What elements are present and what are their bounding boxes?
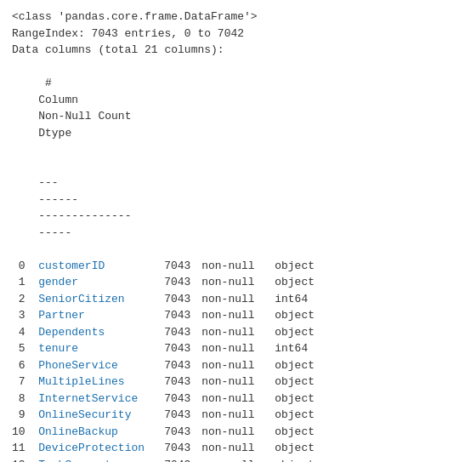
row-dtype: object (275, 326, 314, 339)
row-index: 1 (12, 276, 38, 288)
row-column-name: DeviceProtection (38, 440, 164, 457)
row-column-name: SeniorCitizen (38, 291, 164, 308)
separator-line: --- ------ -------------- ----- (12, 158, 464, 258)
row-null-status: non-null (201, 258, 275, 275)
row-dtype: object (275, 260, 314, 272)
row-column-name: Dependents (38, 324, 164, 341)
row-index: 4 (12, 326, 38, 339)
row-count: 7043 (164, 340, 201, 357)
table-row: 4 Dependents7043non-nullobject (12, 324, 464, 341)
row-dtype: int64 (275, 293, 308, 305)
table-row: 8 InternetService7043non-nullobject (12, 391, 464, 408)
header-dtype: Dtype (38, 127, 71, 140)
row-column-name: gender (38, 274, 164, 291)
row-index: 3 (12, 309, 38, 322)
row-dtype: object (275, 442, 314, 454)
table-row: 6 PhoneService7043non-nullobject (12, 357, 464, 374)
row-null-status: non-null (201, 457, 275, 463)
row-null-status: non-null (201, 307, 275, 324)
row-dtype: object (275, 359, 314, 372)
table-row: 2 SeniorCitizen7043non-nullint64 (12, 291, 464, 308)
row-dtype: object (275, 408, 314, 421)
row-dtype: int64 (275, 342, 308, 355)
row-count: 7043 (164, 374, 201, 391)
row-count: 7043 (164, 457, 201, 463)
table-row: 11 DeviceProtection7043non-nullobject (12, 440, 464, 457)
row-null-status: non-null (201, 324, 275, 341)
class-line: <class 'pandas.core.frame.DataFrame'> (12, 9, 464, 26)
row-null-status: non-null (201, 357, 275, 374)
row-count: 7043 (164, 391, 201, 408)
column-header: # Column Non-Null Count Dtype (12, 59, 464, 158)
row-column-name: InternetService (38, 391, 164, 408)
row-null-status: non-null (201, 291, 275, 308)
dataframe-info: <class 'pandas.core.frame.DataFrame'> Ra… (0, 0, 476, 462)
row-count: 7043 (164, 307, 201, 324)
row-count: 7043 (164, 291, 201, 308)
row-dtype: object (275, 459, 314, 463)
row-null-status: non-null (201, 374, 275, 391)
row-null-status: non-null (201, 407, 275, 424)
row-index: 10 (12, 425, 38, 438)
row-column-name: MultipleLines (38, 374, 164, 391)
row-column-name: Partner (38, 307, 164, 324)
row-null-status: non-null (201, 340, 275, 357)
range-index-line: RangeIndex: 7043 entries, 0 to 7042 (12, 26, 464, 43)
sep-dtype: ----- (38, 226, 71, 239)
row-column-name: OnlineBackup (38, 424, 164, 441)
row-index: 6 (12, 359, 38, 372)
table-row: 7 MultipleLines7043non-nullobject (12, 374, 464, 391)
row-index: 9 (12, 408, 38, 421)
row-count: 7043 (164, 274, 201, 291)
table-row: 5 tenure7043non-nullint64 (12, 340, 464, 357)
row-index: 8 (12, 392, 38, 405)
data-columns-line: Data columns (total 21 columns): (12, 42, 464, 59)
table-row: 10 OnlineBackup7043non-nullobject (12, 424, 464, 441)
header-nonnull: Non-Null Count (38, 108, 149, 125)
row-dtype: object (275, 392, 314, 405)
row-column-name: TechSupport (38, 457, 164, 463)
row-column-name: customerID (38, 258, 164, 275)
row-count: 7043 (164, 258, 201, 275)
table-row: 0 customerID7043non-nullobject (12, 258, 464, 275)
table-row: 12 TechSupport7043non-nullobject (12, 457, 464, 463)
sep-col: ------ (38, 191, 164, 208)
table-row: 3 Partner7043non-nullobject (12, 307, 464, 324)
row-count: 7043 (164, 424, 201, 441)
row-index: 2 (12, 293, 38, 305)
header-hash: # (38, 77, 58, 89)
row-null-status: non-null (201, 440, 275, 457)
row-null-status: non-null (201, 274, 275, 291)
sep-nonnull: -------------- (38, 208, 149, 225)
data-rows: 0 customerID7043non-nullobject 1 gender7… (12, 258, 464, 463)
row-column-name: PhoneService (38, 357, 164, 374)
row-dtype: object (275, 375, 314, 388)
row-dtype: object (275, 276, 314, 288)
row-index: 0 (12, 260, 38, 272)
row-null-status: non-null (201, 424, 275, 441)
row-dtype: object (275, 309, 314, 322)
row-null-status: non-null (201, 391, 275, 408)
header-column: Column (38, 92, 164, 109)
table-row: 1 gender7043non-nullobject (12, 274, 464, 291)
row-column-name: OnlineSecurity (38, 407, 164, 424)
row-dtype: object (275, 425, 314, 438)
sep-hash: --- (38, 176, 65, 189)
row-count: 7043 (164, 357, 201, 374)
row-count: 7043 (164, 407, 201, 424)
table-row: 9 OnlineSecurity7043non-nullobject (12, 407, 464, 424)
row-index: 5 (12, 342, 38, 355)
row-count: 7043 (164, 324, 201, 341)
row-index: 7 (12, 375, 38, 388)
row-count: 7043 (164, 440, 201, 457)
row-column-name: tenure (38, 340, 164, 357)
row-index: 11 (12, 442, 38, 454)
row-index: 12 (12, 459, 38, 463)
